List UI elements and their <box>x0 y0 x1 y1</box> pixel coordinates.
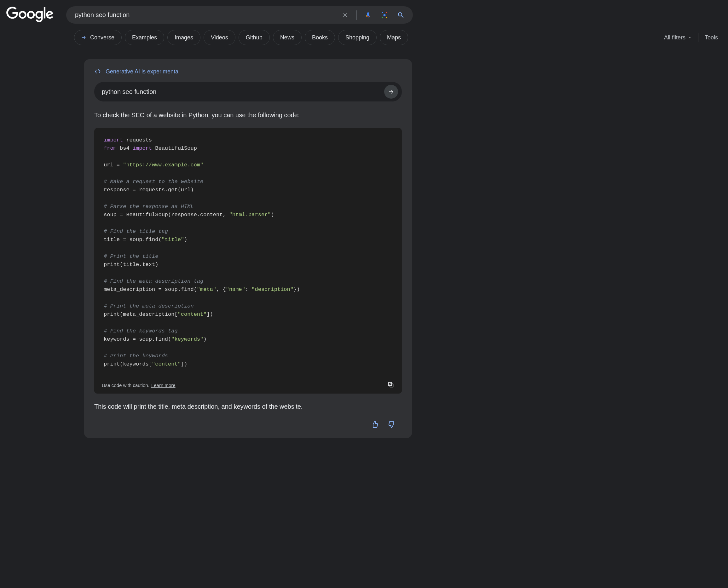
clear-icon[interactable] <box>340 10 350 20</box>
chip-label: Maps <box>387 34 401 41</box>
svg-point-0 <box>383 14 386 16</box>
chip-label: Videos <box>211 34 228 41</box>
chip-converse[interactable]: Converse <box>74 30 122 45</box>
chip-label: Shopping <box>346 34 369 41</box>
chip-github[interactable]: Github <box>238 30 270 45</box>
chip-label: Github <box>246 34 263 41</box>
code-block: import requests from bs4 import Beautifu… <box>94 128 402 394</box>
chip-shopping[interactable]: Shopping <box>338 30 377 45</box>
all-filters-button[interactable]: All filters <box>664 34 692 41</box>
thumbs-up-button[interactable] <box>371 421 378 429</box>
tools-button[interactable]: Tools <box>705 34 718 41</box>
chip-maps[interactable]: Maps <box>380 30 408 45</box>
chevron-down-icon <box>688 36 692 39</box>
search-input[interactable] <box>75 11 337 19</box>
chip-label: Examples <box>132 34 157 41</box>
chip-label: Converse <box>90 34 115 41</box>
ai-submit-button[interactable] <box>384 85 398 99</box>
ai-query-bar: python seo function <box>94 82 402 102</box>
ai-intro-text: To check the SEO of a website in Python,… <box>94 110 402 120</box>
arrow-right-icon <box>388 88 394 95</box>
ai-outro-text: This code will print the title, meta des… <box>94 402 402 411</box>
sparkle-code-icon <box>94 68 101 75</box>
chip-images[interactable]: Images <box>167 30 201 45</box>
chip-examples[interactable]: Examples <box>125 30 164 45</box>
search-bar <box>66 6 413 24</box>
divider <box>698 33 699 42</box>
thumbs-up-icon <box>371 421 378 428</box>
mic-icon[interactable] <box>363 10 373 20</box>
thumbs-down-button[interactable] <box>388 421 396 429</box>
chip-label: Images <box>174 34 193 41</box>
ai-query-text: python seo function <box>102 88 384 96</box>
code-caution-text: Use code with caution. <box>102 382 149 388</box>
all-filters-label: All filters <box>664 34 685 41</box>
chip-label: Books <box>312 34 328 41</box>
ai-header-label: Generative AI is experimental <box>106 68 180 75</box>
search-icon[interactable] <box>396 10 406 20</box>
thumbs-down-icon <box>388 421 396 428</box>
copy-code-button[interactable] <box>387 381 394 389</box>
google-logo[interactable] <box>6 7 54 24</box>
lens-icon[interactable] <box>379 10 390 20</box>
chip-label: News <box>280 34 294 41</box>
generative-ai-card: Generative AI is experimental python seo… <box>84 59 412 438</box>
chip-videos[interactable]: Videos <box>204 30 235 45</box>
converse-arrow-icon <box>81 35 87 40</box>
copy-icon <box>387 381 394 388</box>
divider <box>356 10 357 20</box>
learn-more-link[interactable]: Learn more <box>151 382 175 388</box>
code-body: import requests from bs4 import Beautifu… <box>94 128 402 377</box>
chip-books[interactable]: Books <box>305 30 335 45</box>
chip-news[interactable]: News <box>273 30 301 45</box>
